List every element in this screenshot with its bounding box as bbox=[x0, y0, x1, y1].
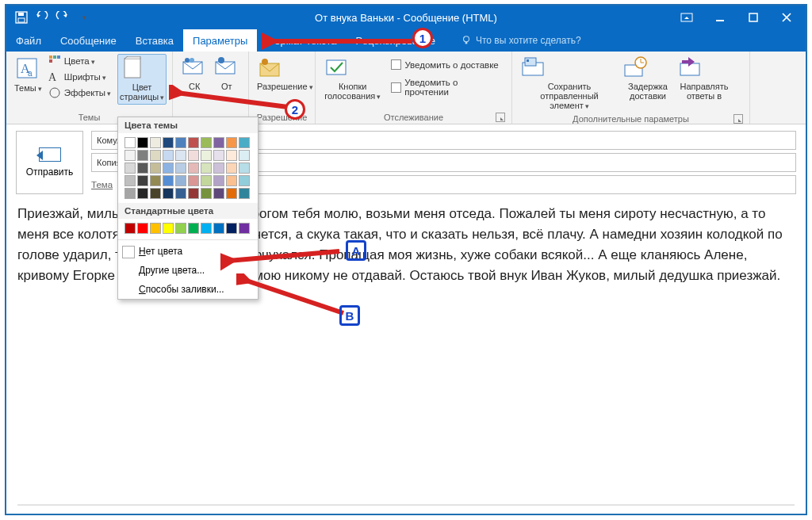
save-sent-item-button[interactable]: Сохранить отправленный элемент bbox=[519, 54, 620, 113]
svg-text:A: A bbox=[48, 71, 57, 83]
read-receipt-checkbox[interactable]: Уведомить о прочтении bbox=[389, 77, 505, 98]
svg-rect-1 bbox=[18, 13, 24, 16]
color-swatch[interactable] bbox=[137, 137, 148, 148]
tab-format-text[interactable]: Формат текста bbox=[257, 29, 346, 52]
themes-button[interactable]: Aa Темы bbox=[13, 54, 44, 95]
color-swatch[interactable] bbox=[163, 137, 174, 148]
qat-customize-icon[interactable] bbox=[76, 10, 90, 25]
svg-rect-16 bbox=[49, 59, 52, 63]
svg-rect-14 bbox=[53, 55, 56, 59]
title-bar: От внука Ваньки - Сообщение (HTML) bbox=[6, 6, 806, 29]
close-button[interactable] bbox=[772, 6, 801, 29]
ribbon-options-icon[interactable] bbox=[672, 6, 701, 29]
svg-point-24 bbox=[218, 57, 224, 63]
svg-rect-5 bbox=[749, 13, 757, 21]
tab-options[interactable]: Параметры bbox=[183, 29, 257, 52]
badge-a: A bbox=[346, 240, 366, 261]
bcc-button[interactable]: СК bbox=[179, 54, 210, 93]
undo-icon[interactable] bbox=[35, 10, 49, 25]
color-swatch[interactable] bbox=[188, 137, 199, 148]
svg-point-22 bbox=[190, 58, 194, 63]
color-swatch[interactable] bbox=[213, 137, 224, 148]
direct-replies-button[interactable]: Направлять ответы в bbox=[676, 54, 733, 102]
color-swatch[interactable] bbox=[124, 137, 136, 148]
color-swatch[interactable] bbox=[150, 137, 161, 148]
from-button[interactable]: От bbox=[212, 54, 243, 93]
svg-rect-2 bbox=[18, 18, 25, 22]
svg-point-26 bbox=[262, 59, 268, 65]
color-swatch[interactable] bbox=[175, 137, 186, 148]
color-swatch[interactable] bbox=[239, 137, 250, 148]
bottom-border bbox=[17, 504, 795, 506]
theme-fonts-button[interactable]: AШрифты bbox=[47, 70, 113, 84]
standard-swatches[interactable] bbox=[118, 219, 258, 238]
no-color-item[interactable]: Нет цвета bbox=[118, 242, 258, 261]
svg-rect-13 bbox=[49, 55, 52, 59]
delivery-receipt-checkbox[interactable]: Уведомить о доставке bbox=[389, 59, 505, 71]
svg-point-8 bbox=[463, 36, 469, 42]
voting-buttons[interactable]: Кнопки голосования bbox=[322, 54, 383, 103]
ribbon: Aa Темы Цвета AШрифты Эффекты Цвет стран… bbox=[6, 52, 806, 124]
dialog-launcher-icon[interactable] bbox=[733, 114, 743, 124]
group-label-tracking: Отслеживание bbox=[322, 111, 505, 124]
dialog-launcher-icon[interactable] bbox=[496, 113, 505, 122]
group-label-more-options: Дополнительные параметры bbox=[519, 113, 743, 125]
envelope-icon bbox=[39, 147, 61, 162]
badge-2: 2 bbox=[285, 99, 305, 120]
send-button[interactable]: Отправить bbox=[16, 131, 83, 194]
more-colors-item[interactable]: Другие цвета... bbox=[118, 261, 258, 280]
effects-icon bbox=[48, 86, 61, 99]
tell-me-label: Что вы хотите сделать? bbox=[476, 35, 581, 46]
svg-point-21 bbox=[185, 58, 190, 63]
badge-1: 1 bbox=[412, 28, 433, 48]
theme-swatches[interactable] bbox=[118, 133, 258, 203]
tab-file[interactable]: Файл bbox=[6, 29, 51, 52]
permission-button[interactable]: Разрешение bbox=[255, 54, 303, 94]
palette-icon bbox=[48, 55, 61, 67]
minimize-button[interactable] bbox=[706, 6, 734, 29]
svg-rect-19 bbox=[124, 59, 140, 78]
quick-access-toolbar bbox=[6, 10, 90, 25]
fonts-icon: A bbox=[48, 71, 61, 83]
section-standard-colors: Стандартные цвета bbox=[118, 203, 258, 219]
svg-rect-9 bbox=[465, 42, 468, 44]
color-swatch[interactable] bbox=[201, 137, 212, 148]
tell-me-search[interactable]: Что вы хотите сделать? bbox=[461, 29, 581, 52]
section-theme-colors: Цвета темы bbox=[118, 117, 258, 133]
maximize-button[interactable] bbox=[739, 6, 768, 29]
theme-colors-button[interactable]: Цвета bbox=[47, 54, 113, 68]
svg-text:a: a bbox=[28, 69, 33, 78]
delay-delivery-button[interactable]: Задержка доставки bbox=[622, 54, 674, 102]
tab-message[interactable]: Сообщение bbox=[51, 29, 126, 52]
redo-icon[interactable] bbox=[56, 10, 70, 25]
svg-rect-27 bbox=[327, 60, 346, 75]
color-swatch[interactable] bbox=[226, 137, 237, 148]
page-color-button[interactable]: Цвет страницы bbox=[117, 54, 167, 105]
svg-rect-30 bbox=[527, 59, 529, 62]
page-color-dropdown: Цвета темы Стандартные цвета Нет цвета Д… bbox=[117, 117, 259, 300]
fill-effects-item[interactable]: Способы заливки... bbox=[118, 280, 258, 299]
tab-insert[interactable]: Вставка bbox=[126, 29, 183, 52]
badge-b: B bbox=[339, 305, 360, 326]
svg-point-18 bbox=[50, 88, 59, 98]
save-icon[interactable] bbox=[14, 10, 29, 25]
theme-effects-button[interactable]: Эффекты bbox=[47, 86, 113, 100]
svg-rect-15 bbox=[57, 55, 60, 59]
ribbon-tabs: Файл Сообщение Вставка Параметры Формат … bbox=[6, 29, 806, 52]
